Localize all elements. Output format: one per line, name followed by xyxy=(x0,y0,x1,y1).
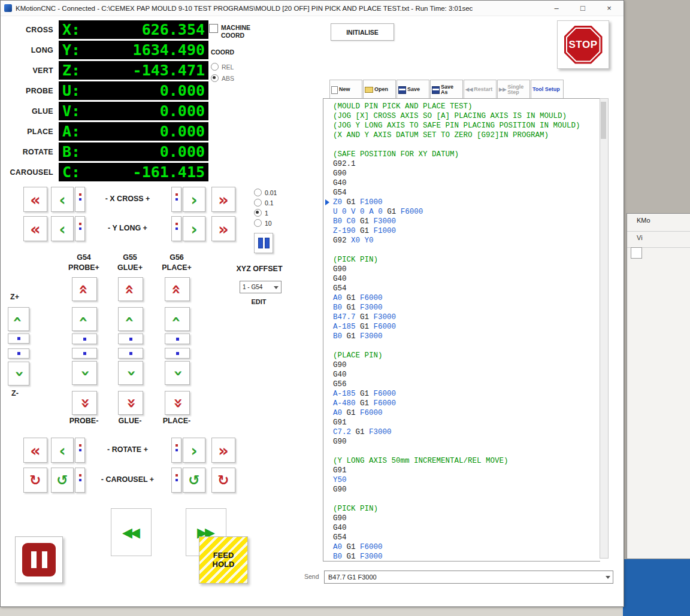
dro-display[interactable]: U: 0.000 xyxy=(59,81,208,100)
radio-icon[interactable] xyxy=(211,74,219,82)
gcode-line: B0 G1 F3000 xyxy=(323,303,600,312)
jog-fast-plus-button[interactable]: ↻ xyxy=(211,468,235,493)
dro-display[interactable]: Z: -143.471 xyxy=(59,61,208,80)
radio-icon[interactable] xyxy=(254,199,262,207)
gcode-scrollbar[interactable] xyxy=(600,98,609,559)
coord-option-abs[interactable]: ABS xyxy=(211,74,234,82)
jog-minus-button[interactable]: ‹ xyxy=(51,216,74,241)
gcode-editor[interactable]: (MOULD PIN PICK AND PLACE TEST)(JOG [X] … xyxy=(323,98,600,562)
place-fast-down-button[interactable]: « xyxy=(165,391,190,415)
dro-display[interactable]: V: 0.000 xyxy=(59,102,208,120)
toolbar-single-step-button[interactable]: ▶▶Single Step xyxy=(497,80,530,100)
jog-plus-button[interactable]: ↺ xyxy=(183,468,205,493)
dro-axis-letter: X: xyxy=(62,22,80,37)
probe-step-down-button[interactable] xyxy=(72,348,97,359)
offset-code-label: G56 xyxy=(170,253,184,262)
toolbar-tool-setup-button[interactable]: Tool Setup xyxy=(531,80,564,100)
offset-edit-button[interactable]: EDIT xyxy=(240,298,278,305)
gcode-line: Z0 G1 F1000 xyxy=(323,198,600,207)
stop-sign-icon: STOP xyxy=(564,26,603,64)
dro-display[interactable]: X: 626.354 xyxy=(59,20,208,39)
jog-fast-plus-button[interactable]: » xyxy=(211,216,235,241)
toolbar-save-button[interactable]: Save xyxy=(397,80,429,100)
offset-select[interactable]: 1 - G54 xyxy=(240,281,282,293)
place-step-up-button[interactable] xyxy=(165,333,190,344)
feed-hold-button[interactable]: FEED HOLD xyxy=(199,536,248,584)
dro-display[interactable]: A: 0.000 xyxy=(59,122,208,141)
glue-step-up-button[interactable] xyxy=(118,333,143,344)
radio-icon[interactable] xyxy=(254,219,262,227)
toolbar-save-as-button[interactable]: Save As xyxy=(430,80,463,100)
radio-icon[interactable] xyxy=(254,209,262,217)
minimize-button[interactable]: – xyxy=(543,1,570,16)
probe-step-up-button[interactable] xyxy=(72,333,97,344)
dro-display[interactable]: Y: 1634.490 xyxy=(59,41,208,59)
pause-button[interactable] xyxy=(15,536,63,583)
send-command-input[interactable]: B47.7 G1 F3000 xyxy=(324,571,613,584)
jog-fast-minus-button[interactable]: « xyxy=(23,216,47,241)
z-minus-label: Z- xyxy=(11,389,19,397)
probe-up-button[interactable]: ‹ xyxy=(72,307,97,331)
jog-fast-minus-button[interactable]: « xyxy=(23,187,47,212)
z-step-up-button[interactable] xyxy=(8,333,29,344)
jog-plus-button[interactable]: › xyxy=(183,438,205,463)
initialise-button[interactable]: INITIALISE xyxy=(331,23,394,41)
step-jog-button[interactable] xyxy=(254,233,273,253)
jog-plus-button[interactable]: › xyxy=(183,216,205,241)
jog-step-plus-button[interactable] xyxy=(171,438,181,463)
place-step-down-button[interactable] xyxy=(165,348,190,359)
rewind-button[interactable]: ◀◀ xyxy=(111,508,152,556)
step-size-option-0.01[interactable]: 0.01 xyxy=(254,189,277,196)
toolbar-restart-button[interactable]: ◀◀Restart xyxy=(464,80,497,100)
jog-minus-button[interactable]: ↺ xyxy=(51,468,74,493)
glue-fast-down-button[interactable]: « xyxy=(118,391,143,415)
jog-fast-plus-button[interactable]: » xyxy=(211,187,235,212)
jog-step-plus-button[interactable] xyxy=(171,187,181,212)
dro-panel: CROSS X: 626.354 LONG Y: 1634.490 VERT Z… xyxy=(5,20,208,183)
probe-fast-down-button[interactable]: « xyxy=(72,391,97,415)
glue-fast-up-button[interactable]: « xyxy=(118,277,143,301)
z-step-down-button[interactable] xyxy=(8,348,29,359)
glue-down-button[interactable]: ‹ xyxy=(118,361,143,385)
step-size-option-0.1[interactable]: 0.1 xyxy=(254,199,277,207)
stop-button[interactable]: STOP xyxy=(557,20,609,69)
z-down-button[interactable]: ‹ xyxy=(8,362,29,386)
plus-icon: › xyxy=(190,442,197,459)
titlebar[interactable]: KMotionCNC - Connected - C:\CEMEX PAP MO… xyxy=(1,1,624,16)
place-down-button[interactable]: ‹ xyxy=(165,361,190,385)
dro-display[interactable]: B: 0.000 xyxy=(59,142,208,161)
coord-option-rel[interactable]: REL xyxy=(211,63,234,71)
jog-fast-plus-button[interactable]: » xyxy=(211,438,235,463)
gcode-line: G91 xyxy=(323,466,600,475)
z-up-button[interactable]: ‹ xyxy=(8,307,29,331)
toolbar-open-button[interactable]: Open xyxy=(363,80,396,100)
machine-coord-checkbox[interactable]: MACHINE COORD xyxy=(209,24,256,40)
jog-minus-button[interactable]: ‹ xyxy=(51,187,74,212)
jog-plus-button[interactable]: › xyxy=(183,187,205,212)
jog-fast-minus-button[interactable]: ↻ xyxy=(23,468,47,493)
dro-display[interactable]: C: -161.415 xyxy=(59,163,208,181)
gcode-line: (SAFE POSITION FOR XY DATUM) xyxy=(323,150,600,159)
place-up-button[interactable]: ‹ xyxy=(165,307,190,331)
radio-icon[interactable] xyxy=(211,63,219,71)
glue-step-down-button[interactable] xyxy=(118,348,143,359)
jog-step-plus-button[interactable] xyxy=(171,468,181,493)
radio-icon[interactable] xyxy=(254,189,262,196)
close-button[interactable]: × xyxy=(596,1,622,16)
glue-up-button[interactable]: ‹ xyxy=(118,307,143,331)
jog-fast-minus-button[interactable]: « xyxy=(23,438,47,463)
step-dots-icon xyxy=(79,449,81,451)
scrollbar-thumb[interactable] xyxy=(601,102,606,139)
jog-step-plus-button[interactable] xyxy=(171,216,181,241)
jog-minus-button[interactable]: ‹ xyxy=(51,438,74,463)
gcode-line: (MOULD PIN PICK AND PLACE TEST) xyxy=(323,102,600,111)
toolbar-new-button[interactable]: New xyxy=(329,80,362,100)
checkbox-icon[interactable] xyxy=(209,24,218,33)
place-fast-up-button[interactable]: « xyxy=(165,277,190,301)
dro-axis-letter: Y: xyxy=(62,43,80,57)
step-size-option-1[interactable]: 1 xyxy=(254,209,277,217)
probe-down-button[interactable]: ‹ xyxy=(72,361,97,385)
maximize-button[interactable]: □ xyxy=(570,1,596,16)
step-size-option-10[interactable]: 10 xyxy=(254,219,277,227)
probe-fast-up-button[interactable]: « xyxy=(72,277,97,301)
